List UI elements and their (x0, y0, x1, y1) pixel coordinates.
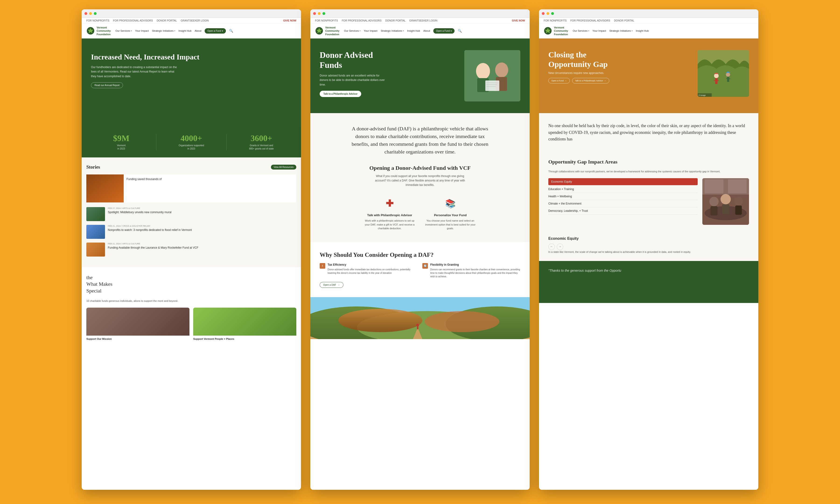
stat-label-1: Organizations supported in 2023 (159, 144, 224, 150)
grantseeker-link-center[interactable]: GRANTSEEKER LOGIN (409, 19, 437, 22)
why-item-1: 🔄 Flexibility in Granting Donors can rec… (422, 263, 520, 278)
minimize-icon-center[interactable] (318, 12, 321, 15)
insight-hub-link-left[interactable]: Insight Hub (179, 30, 192, 32)
close-icon-center[interactable] (313, 12, 316, 15)
for-advisors-link-right[interactable]: FOR PROFESSIONAL ADVISORS (570, 19, 610, 22)
svg-point-24 (726, 73, 730, 77)
prev-arrow-button[interactable]: ← (548, 244, 555, 250)
chevron-icon-center-2: ▾ (403, 30, 404, 32)
for-nonprofits-link-right[interactable]: FOR NONPROFITS (544, 19, 567, 22)
maximize-icon-center[interactable] (322, 12, 325, 15)
main-nav-right: Vermont Community Foundation Our Service… (539, 23, 758, 38)
strategic-initiatives-link-right[interactable]: Strategic Initiatives ▾ (609, 30, 632, 32)
our-services-link-center[interactable]: Our Services ▾ (344, 30, 361, 32)
open-daf-button[interactable]: Open a DAF → (320, 282, 343, 288)
nav-links-center: Our Services ▾ Your Impact Strategic Ini… (344, 28, 525, 34)
bottom-card-0[interactable]: Support Our Mission (86, 308, 190, 342)
story-meta-2: FEB 21, 2024 / ARTS & CULTURE (108, 242, 198, 245)
hero-right-image: © Image (698, 50, 749, 97)
large-story[interactable]: Funding saved thousands of (86, 175, 296, 202)
search-icon-center[interactable]: 🔍 (458, 29, 462, 33)
search-icon-left[interactable]: 🔍 (229, 29, 233, 33)
talk-to-advisor-button[interactable]: Talk to a Philanthropic Advisor (320, 91, 361, 97)
about-link-left[interactable]: About (195, 30, 201, 32)
why-daf-section: Why Should You Consider Opening a DAF? $… (310, 242, 530, 297)
section-header: Stories View All Resources (86, 164, 296, 170)
chevron-icon-right-1: ▾ (588, 30, 589, 32)
strategic-initiatives-link-left[interactable]: Strategic Initiatives ▾ (152, 30, 175, 32)
for-advisors-link-center[interactable]: FOR PROFESSIONAL ADVISORS (342, 19, 381, 22)
open-fund-button-left[interactable]: Open a Fund ▾ (204, 28, 226, 34)
donor-portal-link-right[interactable]: DONOR PORTAL (614, 19, 634, 22)
opp-gap-text-section: No one should be held back by their zip … (539, 113, 758, 152)
svg-rect-34 (722, 204, 729, 214)
open-fund-button-right[interactable]: Open a Fund → (548, 78, 570, 84)
story-headline-2: Funding Available through the Laurance &… (108, 246, 198, 250)
close-icon-right[interactable] (542, 12, 544, 15)
next-arrow-button[interactable]: → (557, 244, 563, 250)
opp-gap-text: No one should be held back by their zip … (548, 123, 749, 143)
close-icon[interactable] (85, 12, 87, 15)
about-link-center[interactable]: About (423, 30, 430, 32)
impact-grid: Economic Equity Education + Training Hea… (548, 178, 749, 225)
impact-tag-1[interactable]: Education + Training (548, 186, 698, 193)
talk-to-advisor-button-right[interactable]: Talk to a Philanthropic Advisor → (572, 78, 609, 84)
utility-bar-left: FOR NONPROFITS FOR PROFESSIONAL ADVISORS… (82, 18, 301, 23)
maximize-icon[interactable] (94, 12, 96, 15)
story-item-1[interactable]: FEB 21, 2024 / CRISIS & DISASTER RELIEF … (86, 225, 296, 239)
give-now-link-center[interactable]: GIVE NOW (512, 19, 525, 22)
minimize-icon[interactable] (89, 12, 92, 15)
insight-hub-link-center[interactable]: Insight Hub (407, 30, 420, 32)
impact-tag-4[interactable]: Democracy, Leadership, + Trust (548, 207, 698, 215)
open-fund-button-center[interactable]: Open a Fund ▾ (433, 28, 454, 34)
maximize-icon-right[interactable] (551, 12, 554, 15)
stat-number-0: $9M (89, 134, 154, 143)
utility-bar-right: FOR NONPROFITS FOR PROFESSIONAL ADVISORS… (539, 18, 758, 23)
strategic-initiatives-link-center[interactable]: Strategic Initiatives ▾ (380, 30, 404, 32)
story-item-0[interactable]: FEB 27, 2024 / ARTS & CULTURE Spotlight:… (86, 207, 296, 221)
your-impact-link-right[interactable]: Your Impact (592, 30, 606, 32)
for-advisors-link[interactable]: FOR PROFESSIONAL ADVISORS (113, 19, 153, 22)
hero-center-text: Donor Advised Funds Donor advised funds … (320, 50, 460, 102)
your-impact-link-left[interactable]: Your Impact (135, 30, 149, 32)
logo-center[interactable]: Vermont Community Foundation (315, 26, 340, 36)
left-window-content: FOR NONPROFITS FOR PROFESSIONAL ADVISORS… (82, 18, 301, 490)
story-item-2[interactable]: FEB 21, 2024 / ARTS & CULTURE Funding Av… (86, 242, 296, 256)
stat-label-2: Grants in Vermont and 800+ grants out of… (229, 144, 294, 150)
our-services-link-right[interactable]: Our Services ▾ (573, 30, 589, 32)
donor-portal-link-center[interactable]: DONOR PORTAL (385, 19, 406, 22)
view-all-resources-button[interactable]: View All Resources (271, 165, 296, 169)
give-now-link[interactable]: GIVE NOW (283, 19, 296, 22)
insight-hub-link-right[interactable]: Insight Hub (636, 30, 649, 32)
opening-section-intro: What if you could support all your favor… (371, 174, 469, 187)
impact-tag-3[interactable]: Climate + the Environment (548, 200, 698, 207)
hero-right-photo: © Image (698, 50, 749, 97)
bottom-description: 10 charitable funds generous individuals… (86, 299, 296, 303)
feature-title-1: Personalize Your Fund (425, 213, 476, 217)
hero-title-center: Donor Advised Funds (320, 50, 460, 70)
utility-bar-center: FOR NONPROFITS FOR PROFESSIONAL ADVISORS… (310, 18, 530, 23)
impact-meeting-photo (702, 178, 749, 225)
bottom-card-1[interactable]: Support Vermont People + Places (193, 308, 296, 342)
our-services-link-left[interactable]: Our Services ▾ (115, 30, 132, 32)
for-nonprofits-link[interactable]: FOR NONPROFITS (86, 19, 109, 22)
hero-right-buttons: Open a Fund → Talk to a Philanthropic Ad… (548, 78, 693, 84)
feature-item-0: ✚ Talk with Philanthropic Advisor Work w… (364, 197, 415, 230)
impact-areas-section: Opportunity Gap Impact Areas Through col… (539, 152, 758, 232)
chevron-icon-center-1: ▾ (360, 30, 360, 32)
logo-text-left: Vermont Community Foundation (96, 26, 111, 36)
grantseeker-link[interactable]: GRANTSEEKER LOGIN (181, 19, 209, 22)
annual-report-button[interactable]: Read our Annual Report (91, 82, 123, 88)
minimize-icon-right[interactable] (547, 12, 549, 15)
quote-text: "Thanks to the generous support from the… (548, 268, 749, 273)
impact-tag-2[interactable]: Health + Wellbeing (548, 193, 698, 200)
for-nonprofits-link-center[interactable]: FOR NONPROFITS (315, 19, 338, 22)
svg-point-16 (425, 311, 499, 332)
your-impact-link-center[interactable]: Your Impact (364, 30, 377, 32)
impact-tag-0[interactable]: Economic Equity (548, 178, 698, 185)
eco-equity-section: Economic Equity ← → In a state like Verm… (539, 232, 758, 261)
story-meta-1: FEB 21, 2024 / CRISIS & DISASTER RELIEF (108, 225, 192, 227)
logo-right[interactable]: Vermont Community Foundation (544, 26, 568, 36)
logo-left[interactable]: Vermont Community Foundation (86, 26, 111, 36)
donor-portal-link[interactable]: DONOR PORTAL (157, 19, 177, 22)
